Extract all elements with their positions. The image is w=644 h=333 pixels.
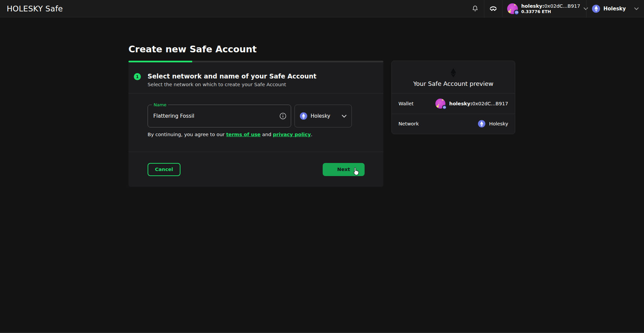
top-bar: HOLESKY Safe [0,0,644,17]
app-root: { "header": { "logo": "HOLESKY Safe", "a… [0,0,644,333]
next-button[interactable]: Next [323,163,365,176]
walletconnect-icon [489,6,497,11]
step-footer: Cancel Next [128,152,383,187]
network-select-value: Holesky [311,113,330,119]
terms-text: By continuing, you agree to our [148,132,226,137]
step-header: 1 Select network and name of your Safe A… [128,62,383,94]
walletconnect-wallet-badge [442,105,447,110]
safe-name-field: Name [148,105,291,127]
network-row-value: Holesky [478,120,508,127]
bell-icon [472,5,478,12]
chevron-down-icon [634,7,639,10]
step-title: Select network and name of your Safe Acc… [148,72,316,80]
preview-header: Your Safe Account preview [392,61,515,94]
chevron-down-icon [342,115,346,118]
info-icon[interactable] [279,113,286,120]
terms-of-use-link[interactable]: terms of use [226,132,261,137]
network-row-label: Network [398,121,419,126]
app-logo[interactable]: HOLESKY Safe [7,4,63,13]
account-address-short: 0x02dC...B917 [544,3,580,9]
preview-network-row: Network Holesky [392,114,515,134]
privacy-policy-link[interactable]: privacy policy [273,132,311,137]
step-number-badge: 1 [134,73,141,80]
wallet-address-short: 0x02dC...B917 [472,101,508,106]
safe-name-input[interactable] [148,105,291,127]
network-select[interactable]: Holesky [294,105,352,127]
terms-text: . [311,132,313,137]
step-subtitle: Select the network on which to create yo… [148,82,316,87]
wallet-row-value: holesky:0x02dC...B917 [435,99,508,109]
ethereum-icon [592,5,600,13]
terms-notice: By continuing, you agree to our terms of… [148,132,312,137]
wallet-address-prefix: holesky: [449,101,472,106]
wallet-row-label: Wallet [398,101,414,106]
create-safe-step-card: 1 Select network and name of your Safe A… [128,62,383,187]
safe-account-preview-card: Your Safe Account preview Wallet holesky… [391,61,515,134]
wallet-address: holesky:0x02dC...B917 [449,101,508,106]
wallet-avatar [507,3,518,14]
walletconnect-wallet-badge [514,10,519,15]
wallet-avatar [435,99,445,109]
terms-text: and [261,132,273,137]
network-name: Holesky [603,6,626,12]
preview-network-name: Holesky [489,121,508,126]
ethereum-dark-icon [450,68,456,77]
step-form: Name Holesky By c [128,94,383,152]
account-address-prefix: holesky: [521,3,544,9]
top-bar-actions: holesky:0x02dC...B917 0.33776 ETH Holesk… [466,0,644,17]
preview-wallet-row: Wallet holesky:0x02dC...B917 [392,94,515,114]
ethereum-icon [300,112,307,120]
page-title: Create new Safe Account [128,44,257,55]
walletconnect-button[interactable] [484,0,502,17]
preview-title: Your Safe Account preview [413,80,493,87]
account-info: holesky:0x02dC...B917 0.33776 ETH [521,3,580,14]
account-balance: 0.33776 ETH [521,9,580,14]
notifications-button[interactable] [466,0,484,17]
network-switcher[interactable]: Holesky [586,0,644,17]
ethereum-icon [478,120,485,127]
account-menu[interactable]: holesky:0x02dC...B917 0.33776 ETH [502,0,586,17]
account-address: holesky:0x02dC...B917 [521,3,580,9]
cancel-button[interactable]: Cancel [148,163,180,176]
step-header-text: Select network and name of your Safe Acc… [148,72,316,87]
